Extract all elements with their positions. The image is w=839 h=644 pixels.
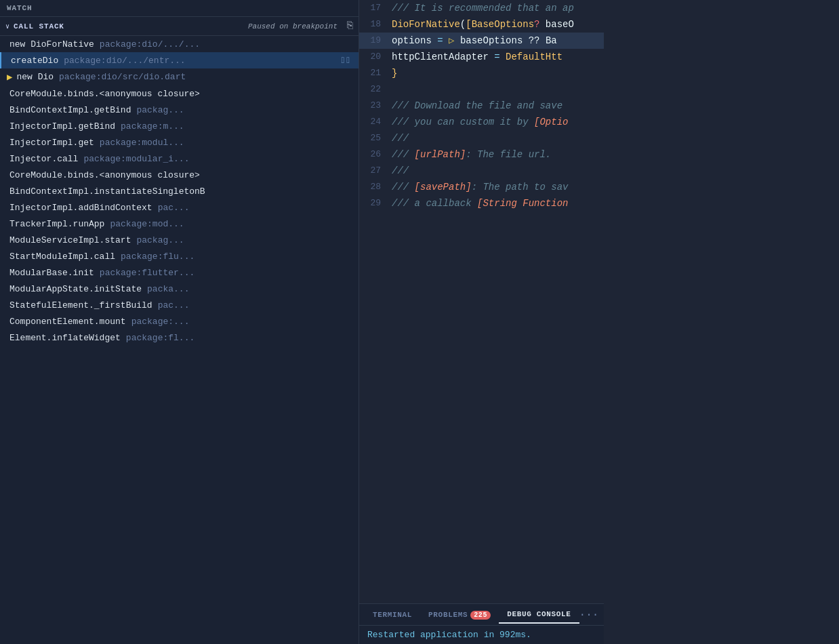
token: a callback bbox=[415, 198, 477, 209]
line-number: 29 bbox=[359, 195, 392, 212]
token: = bbox=[494, 52, 506, 62]
token: The path to sav bbox=[483, 182, 568, 193]
package-name: pac... bbox=[158, 203, 190, 213]
token: The file url. bbox=[477, 149, 551, 160]
tab-problems[interactable]: PROBLEMS225 bbox=[420, 607, 499, 623]
stack-item[interactable]: InjectorImpl.getpackage:modul... bbox=[0, 134, 359, 150]
package-name: package:modul... bbox=[100, 138, 184, 148]
console-message: Restarted application in 992ms. bbox=[367, 630, 531, 640]
token: DioForNative bbox=[392, 19, 460, 30]
line-number: 20 bbox=[359, 49, 392, 65]
stack-item[interactable]: CoreModule.binds.<anonymous closure> bbox=[0, 85, 359, 102]
line-content: httpClientAdapter = DefaultHtt bbox=[392, 49, 604, 65]
function-name: createDio bbox=[11, 56, 58, 66]
package-name: package:fl... bbox=[126, 333, 195, 343]
function-name: new DioForNative bbox=[9, 39, 94, 49]
package-name: package:dio/src/dio.dart bbox=[59, 72, 186, 82]
line-content: options = ▷ baseOptions ?? Ba bbox=[392, 33, 604, 49]
stack-item[interactable]: BindContextImpl.getBindpackag... bbox=[0, 102, 359, 118]
token: the file and save bbox=[460, 100, 562, 111]
stack-item[interactable]: ModularAppState.initStatepacka... bbox=[0, 281, 359, 297]
bottom-tab-bar: TERMINALPROBLEMS225DEBUG CONSOLE··· bbox=[359, 604, 604, 626]
token: [urlPath] bbox=[415, 149, 466, 160]
token: baseO bbox=[539, 19, 573, 30]
token: = bbox=[437, 35, 449, 46]
function-name: TrackerImpl.runApp bbox=[9, 219, 104, 229]
line-content: /// Download the file and save bbox=[392, 98, 604, 114]
tab-badge: 225 bbox=[470, 611, 491, 620]
package-name: package:flutter... bbox=[100, 268, 195, 278]
stack-item[interactable]: CoreModule.binds.<anonymous closure> bbox=[0, 167, 359, 183]
code-line: 18DioForNative([BaseOptions? baseO bbox=[359, 16, 604, 33]
stack-item[interactable]: Injector.callpackage:modular_i... bbox=[0, 150, 359, 167]
stack-item[interactable]: InjectorImpl.getBindpackage:m... bbox=[0, 118, 359, 134]
line-content: /// you can custom it by [Optio bbox=[392, 114, 604, 130]
token: Download bbox=[415, 100, 460, 111]
line-number: 21 bbox=[359, 65, 392, 81]
function-name: BindContextImpl.instantiateSingletonB bbox=[9, 186, 205, 197]
stack-list: new DioForNativepackage:dio/.../...creat… bbox=[0, 36, 359, 644]
stack-item[interactable]: StatefulElement._firstBuildpac... bbox=[0, 297, 359, 313]
token: ?? Ba bbox=[529, 35, 557, 46]
token: It is bbox=[415, 3, 449, 14]
stack-item[interactable]: new DioForNativepackage:dio/.../... bbox=[0, 36, 359, 52]
stack-item[interactable]: Element.inflateWidgetpackage:fl... bbox=[0, 329, 359, 346]
token: DefaultHtt bbox=[506, 52, 562, 62]
function-name: ModularAppState.initState bbox=[9, 284, 142, 294]
call-stack-title: CALL STACK bbox=[14, 22, 244, 31]
code-line: 20 httpClientAdapter = DefaultHtt bbox=[359, 49, 604, 65]
token: [String Function bbox=[477, 198, 568, 209]
token: /// bbox=[392, 165, 409, 176]
token: httpClientAdapter bbox=[392, 52, 494, 62]
line-number: 26 bbox=[359, 146, 392, 163]
stack-item[interactable]: ▶new Diopackage:dio/src/dio.dart bbox=[0, 68, 359, 85]
watch-label: WATCH bbox=[7, 4, 32, 12]
tab-terminal[interactable]: TERMINAL bbox=[365, 607, 420, 623]
stack-item[interactable]: ModularBase.initpackage:flutter... bbox=[0, 264, 359, 281]
code-line: 26/// [urlPath]: The file url. bbox=[359, 146, 604, 163]
token: [Optio bbox=[534, 117, 568, 127]
token: : bbox=[472, 182, 483, 193]
token: that an ap bbox=[511, 3, 573, 14]
package-name: package:modular_i... bbox=[83, 154, 189, 164]
reload-icon[interactable]: ↺⃝ bbox=[341, 56, 352, 66]
code-line: 24/// you can custom it by [Optio bbox=[359, 114, 604, 130]
copy-icon[interactable]: ⎘ bbox=[347, 20, 353, 32]
token: } bbox=[392, 68, 397, 79]
stack-item[interactable]: ComponentElement.mountpackage:... bbox=[0, 313, 359, 329]
token: you can custom it by bbox=[415, 117, 534, 127]
token: /// bbox=[392, 198, 415, 209]
package-name: package:m... bbox=[121, 121, 184, 132]
token: baseOptions bbox=[460, 35, 529, 46]
token: [ bbox=[466, 19, 471, 30]
line-number: 24 bbox=[359, 114, 392, 130]
code-line: 27/// bbox=[359, 163, 604, 179]
token: /// bbox=[392, 117, 415, 127]
line-content: } bbox=[392, 65, 604, 81]
stack-item[interactable]: createDiopackage:dio/.../entr...↺⃝ bbox=[0, 52, 359, 68]
code-line: 19 options = ▷ baseOptions ?? Ba bbox=[359, 33, 604, 49]
stack-item[interactable]: ModuleServiceImpl.startpackag... bbox=[0, 232, 359, 248]
line-content: /// [urlPath]: The file url. bbox=[392, 146, 604, 163]
tab-debug-console[interactable]: DEBUG CONSOLE bbox=[499, 606, 579, 624]
function-name: InjectorImpl.addBindContext bbox=[9, 203, 152, 213]
code-line: 21} bbox=[359, 65, 604, 81]
stack-item[interactable]: TrackerImpl.runApppackage:mod... bbox=[0, 216, 359, 232]
stack-item[interactable]: InjectorImpl.addBindContextpac... bbox=[0, 199, 359, 216]
chevron-icon[interactable]: ∨ bbox=[5, 22, 9, 31]
token: /// bbox=[392, 149, 415, 160]
more-tabs-button[interactable]: ··· bbox=[579, 609, 599, 621]
line-number: 22 bbox=[359, 81, 392, 98]
code-line: 29/// a callback [String Function bbox=[359, 195, 604, 212]
line-content: /// bbox=[392, 130, 604, 146]
watch-section: WATCH bbox=[0, 0, 359, 17]
stack-item[interactable]: StartModuleImpl.callpackage:flu... bbox=[0, 248, 359, 264]
package-name: package:dio/.../... bbox=[100, 39, 200, 49]
function-name: ComponentElement.mount bbox=[9, 317, 126, 327]
package-name: pac... bbox=[158, 300, 190, 310]
console-content: Restarted application in 992ms. bbox=[359, 626, 604, 644]
function-name: new Dio bbox=[16, 72, 54, 82]
play-arrow-icon: ▶ bbox=[7, 71, 12, 83]
stack-item[interactable]: BindContextImpl.instantiateSingletonB bbox=[0, 183, 359, 199]
function-name: StartModuleImpl.call bbox=[9, 251, 115, 262]
